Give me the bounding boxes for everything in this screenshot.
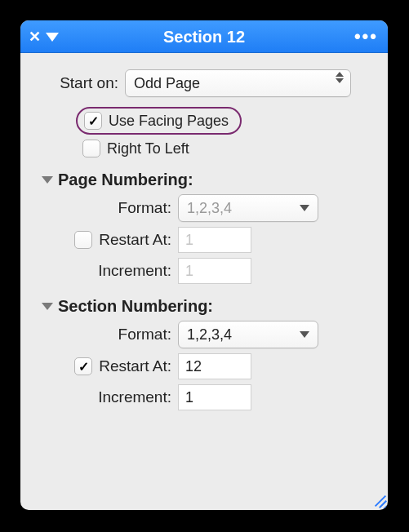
disclosure-icon [42,303,53,310]
chevron-down-icon [300,331,309,338]
start-on-popup[interactable]: Odd Page [125,69,351,97]
resize-grip-icon[interactable] [370,492,386,508]
rtl-row: Right To Left [82,140,371,157]
start-on-row: Start on: Odd Page [37,69,371,97]
section-numbering-header[interactable]: Section Numbering: [42,297,371,316]
sn-increment-row: Increment: 1 [37,384,371,410]
facing-pages-checkbox[interactable] [84,112,102,130]
pn-increment-row: Increment: 1 [37,258,371,284]
sn-restart-field[interactable]: 12 [178,353,251,379]
pn-increment-value: 1 [185,263,193,280]
page-numbering-title: Page Numbering: [58,171,193,189]
facing-pages-label: Use Facing Pages [109,113,229,130]
section-numbering-title: Section Numbering: [58,297,213,316]
start-on-label: Start on: [37,74,125,92]
sn-format-label: Format: [37,326,178,344]
pn-format-popup[interactable]: 1,2,3,4 [178,194,318,222]
popup-arrows-icon [336,72,344,83]
pn-restart-label: Restart At: [99,231,171,249]
disclosure-icon [42,176,53,184]
pn-format-value: 1,2,3,4 [187,200,232,217]
sn-format-value: 1,2,3,4 [187,326,232,344]
more-icon[interactable]: ••• [354,28,378,46]
pn-format-label: Format: [37,199,178,217]
panel-title: Section 12 [163,28,245,47]
sn-increment-value: 1 [185,389,193,406]
pn-increment-field[interactable]: 1 [178,258,251,284]
panel-body: Start on: Odd Page Use Facing Pages Righ… [20,53,388,410]
pn-restart-row: Restart At: 1 [37,227,371,253]
facing-pages-highlight: Use Facing Pages [76,107,242,135]
sn-increment-label: Increment: [37,388,178,406]
rtl-checkbox[interactable] [82,140,100,157]
titlebar-menu-icon[interactable] [46,33,59,42]
rtl-label: Right To Left [107,140,189,157]
chevron-down-icon [300,205,309,211]
inspector-panel: ✕ Section 12 ••• Start on: Odd Page Use … [20,20,388,510]
close-icon[interactable]: ✕ [29,28,41,46]
facing-pages-row: Use Facing Pages [76,107,371,135]
start-on-value: Odd Page [134,75,200,92]
sn-restart-label: Restart At: [99,357,171,375]
sn-increment-field[interactable]: 1 [178,384,251,410]
pn-restart-checkbox[interactable] [74,231,92,249]
sn-format-row: Format: 1,2,3,4 [37,321,371,348]
titlebar: ✕ Section 12 ••• [20,20,388,53]
sn-restart-row: Restart At: 12 [37,353,371,379]
sn-format-popup[interactable]: 1,2,3,4 [178,321,318,348]
pn-increment-label: Increment: [37,262,178,280]
sn-restart-checkbox[interactable] [74,357,92,375]
sn-restart-value: 12 [185,358,202,375]
pn-restart-field[interactable]: 1 [178,227,251,253]
page-numbering-header[interactable]: Page Numbering: [42,171,371,189]
pn-format-row: Format: 1,2,3,4 [37,194,371,222]
pn-restart-value: 1 [185,232,193,249]
